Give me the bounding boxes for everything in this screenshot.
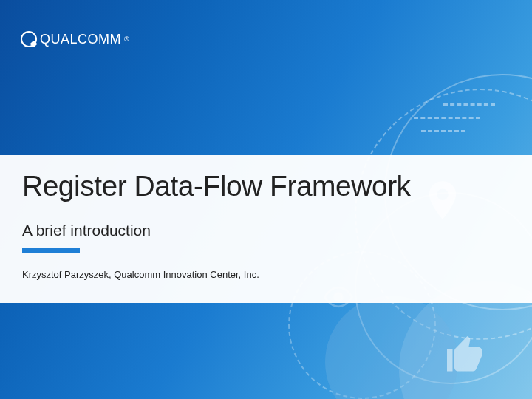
accent-bar	[22, 248, 80, 253]
brand-name: QUALCOMM	[40, 32, 121, 47]
filled-circle-icon	[325, 296, 458, 399]
content-band: Register Data-Flow Framework A brief int…	[0, 155, 532, 303]
dash-cluster	[347, 103, 495, 148]
registered-mark: ®	[124, 35, 129, 43]
title-slide: QUALCOMM ® Register Data-Flow Framework …	[0, 0, 532, 399]
qualcomm-q-icon	[21, 31, 37, 47]
slide-title: Register Data-Flow Framework	[22, 170, 510, 202]
brand-logo: QUALCOMM ®	[21, 31, 129, 47]
thumbs-up-icon	[443, 332, 488, 377]
slide-author: Krzysztof Parzyszek, Qualcomm Innovation…	[22, 269, 510, 280]
slide-subtitle: A brief introduction	[22, 222, 510, 239]
